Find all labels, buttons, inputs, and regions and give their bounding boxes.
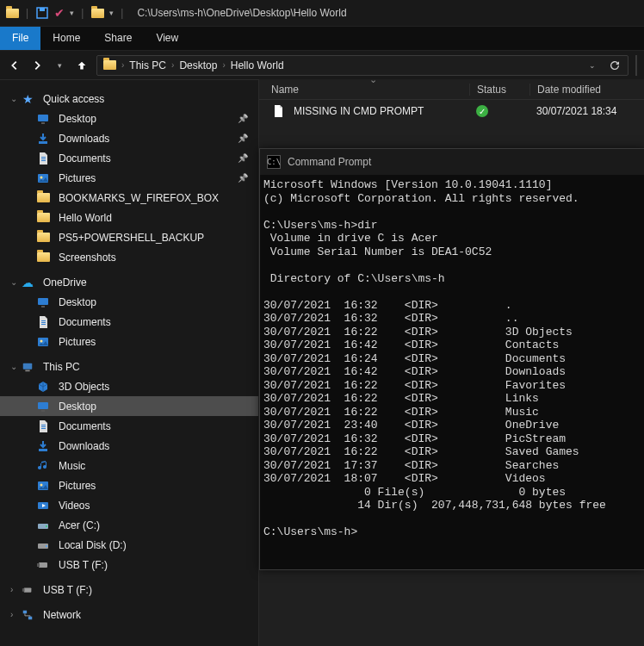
tree-network[interactable]: › Network: [0, 605, 258, 624]
tree-label: Network: [43, 609, 81, 621]
tree-item[interactable]: Documents: [0, 312, 258, 332]
tree-item[interactable]: Downloads: [0, 436, 258, 456]
tab-file[interactable]: File: [0, 27, 40, 50]
chevron-right-icon[interactable]: ›: [121, 60, 124, 70]
svg-rect-11: [41, 306, 45, 307]
tree-this-pc[interactable]: ⌄ This PC: [0, 357, 258, 376]
tree-item[interactable]: Videos: [0, 495, 258, 515]
save-icon[interactable]: [35, 6, 49, 20]
svg-rect-20: [41, 410, 45, 412]
file-row[interactable]: MISSING IN CMD PROMPT ✓ 30/07/2021 18:34: [259, 100, 644, 122]
usb-icon: [36, 558, 50, 572]
address-bar[interactable]: › This PC › Desktop › Hello World ⌄: [96, 55, 629, 76]
chevron-right-icon[interactable]: ›: [171, 60, 174, 70]
tree-label: Local Disk (D:): [59, 539, 127, 551]
cmd-titlebar[interactable]: C:\ Command Prompt: [260, 149, 644, 175]
column-resize-handle[interactable]: ⌄: [369, 74, 377, 85]
tree-item[interactable]: Documents📌: [0, 148, 258, 168]
check-icon[interactable]: ✔: [54, 7, 65, 19]
desk-icon: [36, 295, 50, 309]
folder-icon: [36, 211, 50, 225]
chevron-right-icon[interactable]: ›: [222, 60, 225, 70]
tree-item[interactable]: Hello World: [0, 208, 258, 227]
chevron-right-icon[interactable]: ›: [10, 610, 13, 619]
tree-onedrive[interactable]: ⌄ ☁ OneDrive: [0, 272, 258, 292]
column-name[interactable]: Name: [259, 84, 469, 96]
svg-rect-6: [41, 158, 46, 159]
tab-view[interactable]: View: [144, 27, 190, 50]
tree-item[interactable]: PS5+POWERSHELL_BACKUP: [0, 227, 258, 247]
file-date: 30/07/2021 18:34: [529, 105, 644, 117]
column-headers: Name Status Date modified: [259, 79, 644, 100]
separator: |: [81, 7, 84, 19]
pin-icon: 📌: [238, 134, 248, 143]
tree-item[interactable]: BOOKMARKS_W_FIREFOX_BOX: [0, 188, 258, 208]
tree-label: Documents: [59, 152, 111, 165]
folder-icon: [36, 191, 50, 205]
tab-home[interactable]: Home: [40, 27, 92, 50]
command-prompt-window[interactable]: C:\ Command Prompt Microsoft Windows [Ve…: [259, 148, 644, 570]
svg-rect-19: [38, 402, 48, 409]
usb-icon: [21, 583, 34, 597]
img-icon: [36, 171, 50, 185]
tree-item[interactable]: USB T (F:): [0, 555, 258, 575]
svg-rect-10: [38, 298, 48, 305]
cmd-output[interactable]: Microsoft Windows [Version 10.0.19041.11…: [260, 175, 644, 543]
tree-item[interactable]: Pictures: [0, 332, 258, 351]
chevron-right-icon[interactable]: ›: [10, 585, 13, 594]
tree-label: Downloads: [59, 133, 109, 145]
svg-rect-1: [40, 8, 45, 11]
doc-icon: [36, 152, 50, 165]
qa-menu-icon[interactable]: ▾: [70, 9, 74, 17]
svg-rect-17: [23, 363, 33, 369]
tree-label: Documents: [59, 420, 111, 432]
tree-item[interactable]: Pictures: [0, 475, 258, 495]
tree-item[interactable]: Acer (C:): [0, 515, 258, 535]
tree-item[interactable]: Desktop: [0, 396, 258, 416]
tree-item[interactable]: Downloads📌: [0, 128, 258, 148]
tree-quick-access[interactable]: ⌄ ★ Quick access: [0, 89, 258, 109]
folder-icon: [102, 59, 116, 72]
up-button[interactable]: [74, 58, 90, 73]
history-dropdown[interactable]: ⌄: [585, 58, 600, 73]
svg-rect-24: [39, 449, 47, 451]
separator: |: [26, 7, 28, 19]
column-status[interactable]: Status: [469, 84, 529, 96]
tree-item[interactable]: Desktop📌: [0, 109, 258, 128]
chevron-down-icon[interactable]: ⌄: [10, 277, 17, 287]
svg-rect-7: [41, 160, 46, 161]
breadcrumb-root[interactable]: This PC: [129, 59, 166, 71]
svg-rect-36: [23, 610, 27, 613]
search-input[interactable]: [635, 55, 637, 76]
breadcrumb-leaf[interactable]: Hello World: [231, 59, 284, 71]
svg-rect-14: [41, 324, 46, 325]
titlebar: | ✔ ▾ | ▾ | C:\Users\ms-h\OneDrive\Deskt…: [0, 0, 644, 26]
svg-rect-37: [28, 616, 32, 619]
chevron-down-icon[interactable]: ⌄: [10, 362, 17, 371]
tree-item[interactable]: Desktop: [0, 292, 258, 312]
tree-item[interactable]: Screenshots: [0, 247, 258, 267]
svg-rect-35: [22, 588, 25, 592]
tree-item[interactable]: Documents: [0, 416, 258, 436]
breadcrumb-desktop[interactable]: Desktop: [179, 59, 217, 71]
refresh-button[interactable]: [607, 58, 622, 73]
recent-menu[interactable]: ▾: [52, 58, 67, 73]
pin-icon: 📌: [238, 114, 248, 123]
svg-rect-2: [38, 115, 48, 121]
folder-icon: [5, 6, 19, 20]
tree-item[interactable]: Pictures📌: [0, 168, 258, 188]
chevron-down-icon[interactable]: ⌄: [10, 94, 17, 103]
tree-item[interactable]: Music: [0, 456, 258, 475]
tree-usb[interactable]: › USB T (F:): [0, 580, 258, 599]
tab-share[interactable]: Share: [92, 27, 144, 50]
folder-menu-icon[interactable]: ▾: [109, 9, 114, 17]
forward-button[interactable]: [29, 58, 45, 73]
tree-label: Hello World: [59, 212, 112, 224]
back-button[interactable]: [7, 58, 22, 73]
column-date[interactable]: Date modified: [529, 84, 644, 96]
svg-rect-33: [37, 563, 40, 567]
img-icon: [36, 479, 50, 493]
sync-ok-icon: ✓: [476, 105, 488, 117]
tree-item[interactable]: 3D Objects: [0, 376, 258, 396]
tree-item[interactable]: Local Disk (D:): [0, 535, 258, 555]
